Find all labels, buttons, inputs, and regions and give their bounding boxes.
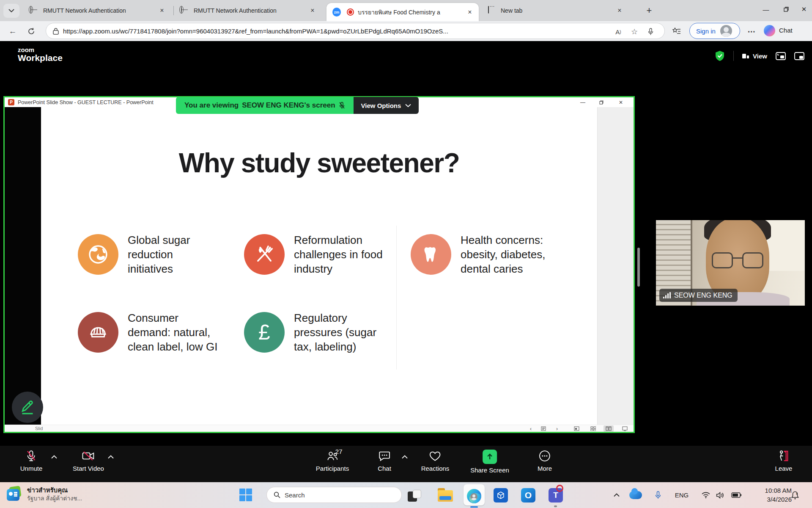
file-explorer-button[interactable] [437,487,454,504]
participants-count-badge: 27 [335,448,343,455]
share-screen-button[interactable]: Share Screen [470,450,509,474]
new-tab-button[interactable] [643,5,656,17]
window-restore-button[interactable] [777,0,795,19]
close-icon[interactable] [308,6,317,15]
heart-icon [429,450,442,462]
browser-menu-button[interactable]: ⋯ [745,25,759,38]
edge-browser-button[interactable] [466,488,483,505]
view-button[interactable]: View [742,52,767,60]
show-hidden-icons-button[interactable] [614,482,620,508]
favorites-bar-button[interactable] [670,25,683,38]
tab-rmutt-2[interactable]: RMUTT Network Authentication [175,0,321,21]
svg-text:z: z [796,491,798,495]
reading-view-button[interactable] [604,425,614,432]
window-close-button[interactable]: ✕ [795,0,812,19]
normal-view-icon [574,426,579,431]
reading-view-icon [606,426,612,431]
view-options-button[interactable]: View Options [354,97,419,114]
close-icon[interactable] [157,6,167,15]
participant-video-tile[interactable]: SEOW ENG KENG [656,220,805,306]
meeting-controls-toolbar: Unmute Start Video Participants 27 Chat [0,446,812,482]
tab-search-button[interactable] [3,4,19,18]
tab-new-tab[interactable]: New tab [482,0,628,21]
powerpoint-status-bar: Slid ‹ › [5,425,634,432]
dev-app-button[interactable] [492,487,509,504]
read-aloud-button[interactable]: A) [613,26,624,37]
window-minimize-button[interactable]: — [757,0,775,19]
copilot-chat-label[interactable]: Chat [779,27,793,34]
view-label: View [753,52,767,60]
browser-toolbar: ← https://app.zoom.us/wc/7718417808/join… [0,21,812,41]
tab-separator [173,6,174,15]
battery-icon [731,492,741,498]
teams-icon: T [549,488,563,502]
back-button[interactable]: ← [6,25,19,38]
task-view-button[interactable] [406,487,423,504]
ppt-minimize-button[interactable]: — [576,98,589,106]
chevron-down-icon [405,104,411,108]
tab-title: บรรยายพิเศษ Food Chemistry a [358,8,461,17]
chat-options-chevron[interactable] [402,453,408,461]
reactions-button[interactable]: Reactions [421,450,450,472]
notifications-button[interactable]: z [790,482,800,508]
close-icon[interactable] [465,8,475,17]
tab-zoom-meeting-active[interactable]: zm บรรยายพิเศษ Food Chemistry a [326,3,479,21]
start-button[interactable] [239,489,252,501]
close-icon[interactable] [615,6,624,15]
unmute-button[interactable]: Unmute [20,450,43,472]
wifi-button[interactable] [702,482,710,508]
slide-item-text: Reformulation challenges in food industr… [294,233,404,276]
onedrive-button[interactable] [629,482,642,508]
leave-button[interactable]: Leave [775,450,793,472]
ppt-restore-button[interactable] [595,98,608,106]
previous-slide-button[interactable]: ‹ [526,425,536,432]
url-text: https://app.zoom.us/wc/7718417808/join?o… [63,28,448,35]
outlook-button[interactable]: O [520,487,537,504]
start-video-label: Start Video [73,465,104,472]
address-bar[interactable]: https://app.zoom.us/wc/7718417808/join?o… [46,23,665,39]
slideshow-view-button[interactable] [620,425,630,432]
copilot-icon[interactable] [764,25,775,36]
slide-sorter-view-button[interactable] [588,425,598,432]
microphone-in-use-button[interactable] [655,482,661,508]
dev-box-icon [494,488,508,502]
teams-running-indicator [554,505,557,507]
start-video-button[interactable]: Start Video [73,450,104,472]
taskbar-search[interactable]: Search [266,487,402,503]
presenter-muted-mic-icon [339,102,345,110]
volume-button[interactable] [716,482,724,508]
picture-in-picture-icon[interactable] [776,52,786,60]
next-slide-button[interactable]: › [552,425,562,432]
slide-area: Why study sweetener? Global sugar reduct… [5,107,634,425]
reactions-label: Reactions [421,465,450,472]
video-options-chevron[interactable] [108,453,114,461]
tab-rmutt-1[interactable]: RMUTT Network Authentication [25,0,171,21]
security-shield-icon[interactable] [715,50,725,61]
teams-button[interactable]: T [547,487,564,504]
news-widget[interactable]: ข่าวสำหรับคุณ รัฐบาล สั่งผู้ค้าต่างช... [6,486,82,502]
taskbar-clock[interactable]: 10:08 AM 3/4/2026 [748,482,792,508]
slide-item-text: Consumer demand: natural, clean label, l… [128,311,238,354]
battery-button[interactable] [731,482,741,508]
open-in-window-icon[interactable] [794,52,804,60]
profile-avatar-overlay [470,493,477,500]
favorite-star-button[interactable]: ☆ [629,26,640,37]
refresh-button[interactable] [25,25,38,38]
ppt-close-button[interactable]: ✕ [614,98,627,106]
notes-button[interactable] [538,425,549,432]
onedrive-cloud-icon [629,491,642,499]
new-tab-page-icon [488,6,489,14]
shared-screen-scrollbar[interactable] [637,248,640,287]
audio-options-chevron[interactable] [51,453,57,461]
voice-search-button[interactable] [645,26,656,37]
notes-icon [541,426,546,431]
annotation-button[interactable] [12,392,43,423]
chat-button[interactable]: Chat [378,450,391,472]
participants-button[interactable]: Participants 27 [316,450,349,472]
slide-item-text: Health concerns: obesity, diabetes, dent… [461,233,571,276]
normal-view-button[interactable] [571,425,582,432]
more-button[interactable]: More [538,450,552,472]
slide-title: Why study sweetener? [41,147,597,179]
sign-in-button[interactable]: Sign in [689,23,740,39]
language-indicator[interactable]: ENG [675,482,689,508]
